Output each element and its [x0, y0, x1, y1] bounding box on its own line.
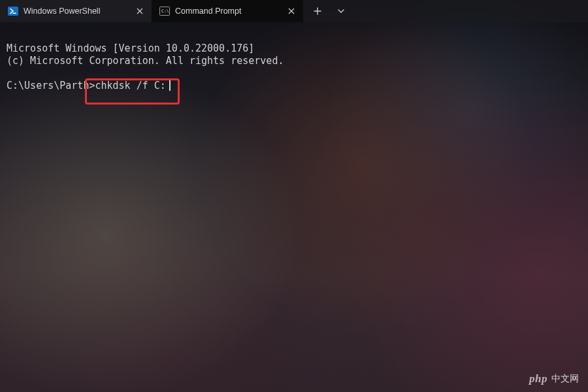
version-line: Microsoft Windows [Version 10.0.22000.17…	[7, 42, 254, 54]
tab-label: Windows PowerShell	[24, 7, 129, 16]
cmd-icon: C:\	[159, 6, 170, 16]
watermark: php 中文网	[529, 372, 579, 385]
command-text: chkdsk /f C:	[95, 80, 165, 92]
titlebar-actions	[303, 0, 355, 22]
copyright-line: (c) Microsoft Corporation. All rights re…	[7, 55, 284, 67]
watermark-text: 中文网	[551, 373, 579, 385]
new-tab-button[interactable]	[307, 2, 328, 20]
terminal-output[interactable]: Microsoft Windows [Version 10.0.22000.17…	[0, 22, 588, 392]
tab-dropdown-button[interactable]	[331, 2, 351, 20]
tab-command-prompt[interactable]: C:\ Command Prompt	[152, 0, 303, 22]
text-cursor	[169, 80, 171, 91]
close-icon[interactable]	[286, 6, 297, 16]
watermark-badge: php	[529, 372, 547, 385]
prompt-path: C:\Users\Parth>	[7, 80, 95, 92]
tab-label: Command Prompt	[175, 7, 281, 16]
prompt-line: C:\Users\Parth>chkdsk /f C:	[7, 80, 581, 92]
tab-powershell[interactable]: Windows PowerShell	[0, 0, 152, 22]
powershell-icon	[8, 6, 18, 16]
close-icon[interactable]	[135, 6, 145, 16]
titlebar: Windows PowerShell C:\ Command Prompt	[0, 0, 588, 22]
svg-text:C:\: C:\	[161, 8, 169, 14]
